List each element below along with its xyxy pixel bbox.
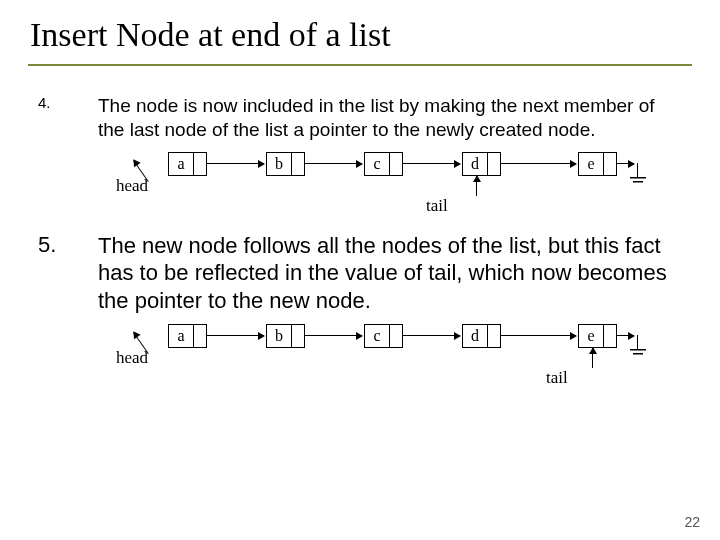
- list-node: c: [364, 152, 403, 176]
- head-label: head: [116, 348, 148, 368]
- list-node: b: [266, 152, 305, 176]
- arrow-icon: [592, 348, 593, 368]
- node-ptr: [291, 153, 304, 175]
- node-data: e: [579, 153, 603, 175]
- bullet-text: The new node follows all the nodes of th…: [98, 232, 682, 315]
- ground-icon: [630, 335, 646, 357]
- arrow-icon: [500, 163, 576, 164]
- bullet-5: 5. The new node follows all the nodes of…: [38, 232, 682, 315]
- diagram-1: a b c d e: [38, 148, 682, 220]
- list-node: d: [462, 152, 501, 176]
- slide-body: 4. The node is now included in the list …: [28, 66, 692, 392]
- ground-icon: [630, 163, 646, 185]
- node-ptr: [603, 325, 616, 347]
- list-node: a: [168, 152, 207, 176]
- diagram-2: a b c d e: [38, 320, 682, 392]
- node-data: c: [365, 325, 389, 347]
- page-title: Insert Node at end of a list: [28, 10, 692, 66]
- page-number: 22: [684, 514, 700, 530]
- slide: Insert Node at end of a list 4. The node…: [0, 0, 720, 540]
- node-data: c: [365, 153, 389, 175]
- tail-label: tail: [426, 196, 448, 216]
- arrow-icon: [206, 335, 264, 336]
- node-ptr: [291, 325, 304, 347]
- list-node: b: [266, 324, 305, 348]
- list-node: e: [578, 152, 617, 176]
- node-ptr: [389, 325, 402, 347]
- node-ptr: [487, 325, 500, 347]
- bullet-number: 4.: [38, 94, 98, 142]
- node-data: d: [463, 153, 487, 175]
- node-ptr: [487, 153, 500, 175]
- arrow-icon: [476, 176, 477, 196]
- node-data: a: [169, 153, 193, 175]
- arrow-icon: [402, 163, 460, 164]
- arrow-icon: [402, 335, 460, 336]
- bullet-text: The node is now included in the list by …: [98, 94, 682, 142]
- node-data: d: [463, 325, 487, 347]
- list-node: a: [168, 324, 207, 348]
- head-label: head: [116, 176, 148, 196]
- node-ptr: [389, 153, 402, 175]
- arrow-icon: [304, 163, 362, 164]
- list-node: c: [364, 324, 403, 348]
- tail-label: tail: [546, 368, 568, 388]
- node-ptr: [193, 325, 206, 347]
- node-ptr: [603, 153, 616, 175]
- list-node: e: [578, 324, 617, 348]
- bullet-4: 4. The node is now included in the list …: [38, 94, 682, 142]
- node-data: b: [267, 153, 291, 175]
- node-ptr: [193, 153, 206, 175]
- arrow-icon: [304, 335, 362, 336]
- node-data: a: [169, 325, 193, 347]
- bullet-number: 5.: [38, 232, 98, 315]
- node-data: b: [267, 325, 291, 347]
- arrow-icon: [500, 335, 576, 336]
- node-data: e: [579, 325, 603, 347]
- list-node: d: [462, 324, 501, 348]
- arrow-icon: [206, 163, 264, 164]
